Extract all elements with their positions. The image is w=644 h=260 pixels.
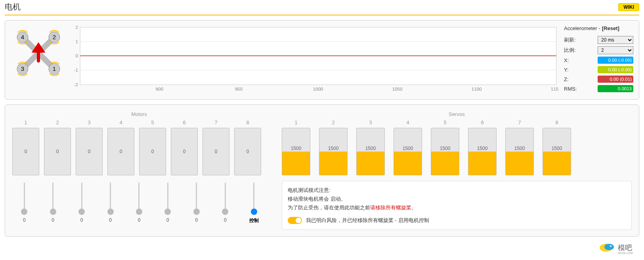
scale-select[interactable]: 2	[598, 46, 633, 54]
svg-text:1: 1	[53, 65, 56, 72]
motor-bar: 0	[203, 128, 229, 175]
servo-bar: 1500	[505, 128, 534, 175]
motor-slider[interactable]	[167, 182, 168, 214]
motor-slider[interactable]	[110, 182, 111, 214]
servo-number: 4	[394, 120, 422, 125]
motor-slider[interactable]	[52, 182, 54, 214]
refresh-select[interactable]: 20 ms	[598, 36, 633, 44]
accelerometer-graph: 2 1 0 -1 -2 900 950 1000 1050 1100 1150	[72, 25, 558, 93]
motor-bar: 0	[234, 128, 261, 175]
x-label: X:	[564, 57, 596, 63]
svg-text:-2: -2	[74, 82, 78, 87]
motor-bar: 0	[107, 128, 134, 175]
servo-number: 6	[468, 120, 497, 125]
slider-value: 0	[156, 217, 180, 223]
svg-text:900: 900	[156, 87, 163, 91]
z-badge: 0.00 (0.01)	[598, 76, 633, 83]
motors-title: Motors	[12, 111, 266, 117]
motor-number: 4	[107, 120, 134, 125]
servo-number: 2	[319, 120, 348, 125]
svg-text:1: 1	[75, 39, 78, 44]
slider-value: 0	[185, 217, 208, 223]
accel-reset-button[interactable]: [Reset]	[602, 25, 619, 31]
z-label: Z:	[564, 76, 596, 82]
master-slider[interactable]	[253, 182, 254, 214]
x-badge: 0.00 (-0.00)	[598, 57, 633, 64]
motor-notice: 电机测试模式注意: 移动滑块电机将会 启动。 为了防止受伤，请在使用此功能之前请…	[282, 181, 632, 230]
rms-badge: 0.0013	[598, 85, 633, 92]
enable-motor-toggle[interactable]	[288, 217, 302, 224]
svg-text:4: 4	[21, 34, 24, 40]
svg-text:0: 0	[75, 53, 78, 58]
slider-value: 0	[70, 217, 94, 223]
motor-number: 2	[44, 120, 71, 125]
svg-text:950: 950	[235, 87, 243, 91]
motor-layout-diagram: 4 2 3 1	[11, 25, 66, 81]
servo-bar: 1500	[431, 128, 459, 175]
slider-value: 0	[213, 217, 237, 223]
y-label: Y:	[564, 67, 596, 73]
motor-number: 3	[76, 120, 103, 125]
svg-text:2: 2	[53, 34, 56, 40]
svg-text:1150: 1150	[551, 87, 558, 91]
scale-label: 比例:	[564, 47, 596, 54]
slider-value: 0	[98, 217, 122, 223]
motor-slider[interactable]	[225, 182, 226, 214]
slider-value: 0	[127, 217, 151, 223]
watermark-logo: 模吧 MOZ8.COM	[598, 240, 638, 241]
servo-bar: 1500	[356, 128, 385, 175]
motor-bar: 0	[171, 128, 198, 175]
servo-number: 3	[356, 120, 385, 125]
slider-value: 0	[12, 217, 36, 223]
servo-bar: 1500	[543, 128, 571, 175]
motor-number: 5	[139, 120, 166, 125]
refresh-label: 刷新:	[564, 36, 596, 44]
motor-slider[interactable]	[196, 182, 197, 214]
servo-number: 5	[431, 120, 459, 125]
svg-text:3: 3	[21, 65, 24, 72]
motor-bar: 0	[44, 128, 71, 175]
motor-number: 7	[203, 120, 229, 125]
accel-title: Accelerometer -	[564, 25, 600, 31]
motor-bar: 0	[76, 128, 103, 175]
servos-title: Servos	[282, 111, 632, 117]
svg-text:-1: -1	[74, 68, 78, 72]
servo-bar: 1500	[394, 128, 422, 175]
svg-text:1100: 1100	[472, 87, 482, 91]
slider-value: 0	[41, 217, 65, 223]
motor-slider[interactable]	[138, 182, 140, 214]
svg-text:1050: 1050	[392, 87, 403, 91]
page-title: 电机	[5, 2, 618, 12]
motor-bar: 0	[139, 128, 166, 175]
motor-number: 1	[12, 120, 39, 125]
servo-number: 7	[505, 120, 534, 125]
motor-number: 6	[171, 120, 198, 125]
servo-bar: 1500	[282, 128, 310, 175]
motor-bar: 0	[12, 128, 39, 175]
motor-number: 8	[234, 120, 261, 125]
svg-text:1000: 1000	[313, 87, 323, 91]
servo-bar: 1500	[468, 128, 497, 175]
toggle-label: 我已明白风险，并已经移除所有螺旋桨 - 启用电机控制	[306, 216, 429, 225]
servo-bar: 1500	[319, 128, 348, 175]
servo-number: 8	[543, 120, 571, 125]
motor-slider[interactable]	[81, 182, 82, 214]
wiki-button[interactable]: WIKI	[618, 3, 639, 11]
master-label: 控制	[242, 217, 266, 224]
rms-label: RMS:	[564, 86, 596, 92]
svg-text:2: 2	[75, 25, 78, 30]
motor-slider[interactable]	[24, 182, 25, 214]
header-divider	[5, 15, 639, 15]
y-badge: 0.00 (-0.00)	[598, 66, 633, 73]
servo-number: 1	[282, 120, 310, 125]
